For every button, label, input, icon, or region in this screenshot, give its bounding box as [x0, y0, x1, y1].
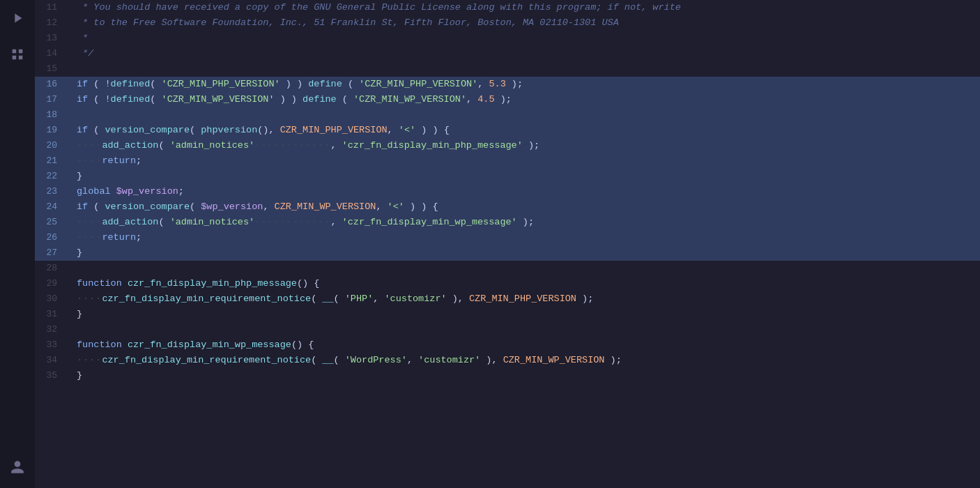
line-number: 26: [35, 230, 71, 245]
line-number: 14: [35, 46, 71, 61]
line-content: * to the Free Software Foundation, Inc.,…: [71, 15, 980, 31]
table-row: 29 function czr_fn_display_min_php_messa…: [35, 276, 980, 291]
table-row: 20 ····add_action( 'admin_notices'······…: [35, 138, 980, 153]
line-content: if ( version_compare( $wp_version, CZR_M…: [71, 199, 980, 215]
line-number: 12: [35, 15, 71, 31]
line-content: }: [71, 169, 980, 184]
line-content: function czr_fn_display_min_wp_message()…: [71, 337, 980, 353]
table-row: 11 * You should have received a copy of …: [35, 0, 980, 15]
line-content: ····return;: [71, 153, 980, 169]
line-number: 27: [35, 245, 71, 261]
line-number: 34: [35, 353, 71, 368]
line-number: 18: [35, 107, 71, 123]
table-row: 14 */: [35, 46, 980, 61]
table-row: 13 *: [35, 31, 980, 46]
line-number: 21: [35, 153, 71, 169]
line-number: 35: [35, 368, 71, 383]
line-number: 19: [35, 123, 71, 138]
line-number: 16: [35, 77, 71, 92]
table-row: 26 ····return;: [35, 230, 980, 245]
line-number: 28: [35, 261, 71, 276]
line-number: 31: [35, 307, 71, 322]
line-number: 13: [35, 31, 71, 46]
line-content: [71, 61, 980, 77]
line-content: }: [71, 245, 980, 261]
line-number: 33: [35, 337, 71, 353]
line-content: if ( version_compare( phpversion(), CZR_…: [71, 123, 980, 138]
code-table: 11 * You should have received a copy of …: [35, 0, 980, 383]
table-row: 31 }: [35, 307, 980, 322]
line-content: }: [71, 368, 980, 383]
table-row: 25 ····add_action( 'admin_notices'······…: [35, 215, 980, 230]
line-number: 25: [35, 215, 71, 230]
table-row: 33 function czr_fn_display_min_wp_messag…: [35, 337, 980, 353]
line-number: 30: [35, 291, 71, 307]
line-content: [71, 107, 980, 123]
table-row: 16 if ( !defined( 'CZR_MIN_PHP_VERSION' …: [35, 77, 980, 92]
code-container[interactable]: 11 * You should have received a copy of …: [35, 0, 980, 488]
line-number: 15: [35, 61, 71, 77]
line-content: }: [71, 307, 980, 322]
line-number: 24: [35, 199, 71, 215]
table-row: 22 }: [35, 169, 980, 184]
table-row: 21 ····return;: [35, 153, 980, 169]
table-row: 17 if ( !defined( 'CZR_MIN_WP_VERSION' )…: [35, 92, 980, 107]
table-row: 18: [35, 107, 980, 123]
line-content: * You should have received a copy of the…: [71, 0, 980, 15]
table-row: 15: [35, 61, 980, 77]
line-content: [71, 322, 980, 337]
account-icon[interactable]: [5, 455, 30, 480]
table-row: 23 global $wp_version;: [35, 184, 980, 199]
line-number: 29: [35, 276, 71, 291]
line-content: if ( !defined( 'CZR_MIN_WP_VERSION' ) ) …: [71, 92, 980, 107]
table-row: 32: [35, 322, 980, 337]
table-row: 19 if ( version_compare( phpversion(), C…: [35, 123, 980, 138]
line-number: 22: [35, 169, 71, 184]
line-number: 32: [35, 322, 71, 337]
line-number: 23: [35, 184, 71, 199]
activity-bar-bottom: [5, 455, 30, 488]
table-row: 24 if ( version_compare( $wp_version, CZ…: [35, 199, 980, 215]
activity-bar: [0, 0, 35, 488]
line-content: [71, 261, 980, 276]
line-content: ····czr_fn_display_min_requirement_notic…: [71, 291, 980, 307]
line-content: ····add_action( 'admin_notices'·········…: [71, 138, 980, 153]
extensions-icon[interactable]: [5, 42, 30, 67]
table-row: 27 }: [35, 245, 980, 261]
table-row: 12 * to the Free Software Foundation, In…: [35, 15, 980, 31]
line-content: global $wp_version;: [71, 184, 980, 199]
editor-area: 11 * You should have received a copy of …: [35, 0, 980, 488]
line-content: */: [71, 46, 980, 61]
line-number: 17: [35, 92, 71, 107]
table-row: 28: [35, 261, 980, 276]
line-content: *: [71, 31, 980, 46]
line-content: function czr_fn_display_min_php_message(…: [71, 276, 980, 291]
table-row: 34 ····czr_fn_display_min_requirement_no…: [35, 353, 980, 368]
line-number: 20: [35, 138, 71, 153]
run-icon[interactable]: [5, 6, 30, 31]
line-content: ····return;: [71, 230, 980, 245]
table-row: 35 }: [35, 368, 980, 383]
line-content: ····czr_fn_display_min_requirement_notic…: [71, 353, 980, 368]
line-number: 11: [35, 0, 71, 15]
line-content: if ( !defined( 'CZR_MIN_PHP_VERSION' ) )…: [71, 77, 980, 92]
line-content: ····add_action( 'admin_notices'·········…: [71, 215, 980, 230]
table-row: 30 ····czr_fn_display_min_requirement_no…: [35, 291, 980, 307]
